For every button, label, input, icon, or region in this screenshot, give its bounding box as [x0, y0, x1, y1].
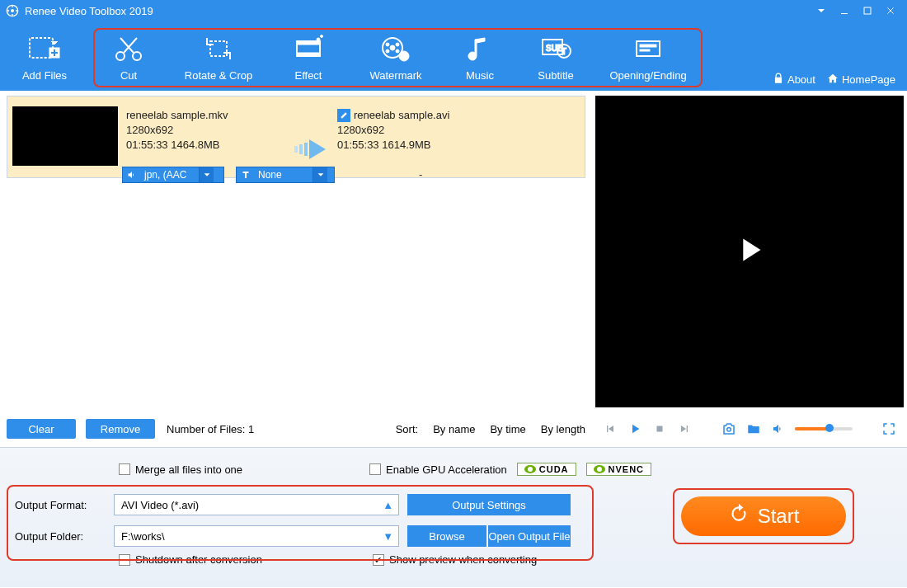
output-format-combo[interactable]: AVI Video (*.avi) ▲: [114, 494, 399, 515]
subtitle-track-selector[interactable]: None: [236, 167, 335, 183]
merge-checkbox[interactable]: Merge all files into one: [119, 463, 242, 476]
opening-ending-button[interactable]: Opening/Ending: [595, 31, 701, 82]
stop-icon[interactable]: [651, 421, 668, 437]
sort-by-time[interactable]: By time: [490, 423, 525, 435]
file-count-label: Number of Files: 1: [167, 423, 254, 435]
gpu-checkbox[interactable]: Enable GPU Acceleration: [369, 463, 507, 476]
next-icon[interactable]: [676, 421, 693, 437]
preview-panel[interactable]: [595, 96, 904, 407]
svg-point-6: [116, 52, 125, 60]
chevron-down-icon: [199, 167, 214, 182]
svg-point-18: [386, 49, 389, 53]
third-track-placeholder: -: [419, 168, 422, 181]
thumbnail: [12, 106, 118, 166]
sort-label: Sort:: [396, 423, 418, 435]
volume-thumb: [825, 424, 834, 432]
opening-ending-icon: [631, 31, 665, 66]
arrow-icon: [288, 96, 337, 177]
clear-button[interactable]: Clear: [7, 419, 76, 439]
start-button[interactable]: Start: [681, 496, 846, 536]
cut-button[interactable]: Cut: [89, 31, 168, 82]
svg-rect-29: [299, 144, 303, 154]
play-button-icon[interactable]: [627, 421, 643, 437]
effect-icon: [291, 31, 326, 66]
file-list-footer: Clear Remove Number of Files: 1 Sort: By…: [7, 412, 585, 445]
edit-icon[interactable]: [337, 109, 350, 122]
watermark-label: Watermark: [369, 69, 421, 82]
source-resolution: 1280x692: [126, 123, 288, 138]
output-format-label: Output Format:: [15, 499, 106, 511]
about-link[interactable]: About: [773, 73, 815, 87]
output-format-value: AVI Video (*.avi): [121, 499, 199, 511]
home-icon: [827, 73, 839, 87]
output-folder-label: Output Folder:: [15, 530, 106, 543]
music-label: Music: [466, 69, 494, 82]
svg-rect-25: [637, 41, 660, 56]
close-window-icon[interactable]: [879, 0, 902, 21]
chevron-down-icon: [313, 167, 327, 182]
nvenc-badge: NVENC: [586, 463, 652, 476]
app-logo-icon: [5, 3, 20, 18]
svg-rect-8: [210, 41, 227, 56]
svg-rect-3: [864, 7, 871, 14]
maximize-window-icon[interactable]: [856, 0, 879, 21]
fullscreen-icon[interactable]: [881, 421, 897, 437]
svg-text:T: T: [562, 47, 566, 56]
subtitle-button[interactable]: SUBT Subtitle: [516, 31, 595, 82]
player-controls: [595, 412, 904, 445]
header-links: About HomePage: [773, 73, 895, 87]
open-output-file-button[interactable]: Open Output File: [488, 525, 571, 547]
remove-button[interactable]: Remove: [86, 419, 155, 439]
output-format-row: Output Format: AVI Video (*.avi) ▲ Outpu…: [15, 494, 571, 515]
destination-filename: reneelab sample.avi: [354, 108, 449, 123]
add-files-label: Add Files: [22, 69, 67, 82]
rotate-crop-icon: [201, 31, 236, 66]
shutdown-checkbox[interactable]: Shutdown after conversion: [119, 553, 262, 566]
svg-point-15: [390, 45, 395, 50]
svg-point-16: [386, 43, 389, 46]
show-preview-label: Show preview when converting: [389, 553, 537, 566]
opening-ending-label: Opening/Ending: [609, 69, 686, 82]
start-label: Start: [758, 505, 800, 528]
homepage-link[interactable]: HomePage: [827, 73, 895, 87]
music-button[interactable]: Music: [444, 31, 516, 82]
prev-icon[interactable]: [602, 421, 618, 437]
output-folder-combo[interactable]: F:\works\ ▼: [114, 525, 399, 547]
subtitle-icon: SUBT: [538, 31, 573, 66]
play-icon: [731, 231, 768, 272]
svg-point-12: [317, 38, 320, 41]
audio-track-selector[interactable]: jpn, (AAC: [122, 167, 224, 183]
dropdown-window-icon[interactable]: [810, 0, 833, 21]
svg-rect-30: [304, 143, 308, 156]
options-row-1: Merge all files into one Enable GPU Acce…: [119, 463, 861, 476]
open-folder-icon[interactable]: [745, 421, 762, 437]
merge-label: Merge all files into one: [135, 463, 242, 476]
snapshot-icon[interactable]: [721, 421, 737, 437]
output-settings-button[interactable]: Output Settings: [407, 494, 571, 515]
effect-button[interactable]: Effect: [269, 31, 348, 82]
rotate-crop-button[interactable]: Rotate & Crop: [168, 31, 269, 82]
sort-by-name[interactable]: By name: [433, 423, 475, 435]
add-files-button[interactable]: Add Files: [0, 31, 89, 82]
svg-point-32: [727, 428, 731, 432]
file-row[interactable]: reneelab sample.mkv 1280x692 01:55:33 14…: [7, 96, 585, 178]
watermark-button[interactable]: Watermark: [348, 31, 444, 82]
output-folder-row: Output Folder: F:\works\ ▼ Browse Open O…: [15, 525, 571, 547]
volume-icon[interactable]: [770, 421, 787, 437]
destination-resolution: 1280x692: [337, 123, 535, 138]
cut-label: Cut: [120, 69, 137, 82]
browse-button[interactable]: Browse: [407, 525, 486, 547]
file-list: reneelab sample.mkv 1280x692 01:55:33 14…: [7, 96, 585, 407]
svg-point-13: [321, 35, 323, 37]
volume-slider[interactable]: [795, 427, 853, 430]
destination-duration-size: 01:55:33 1614.9MB: [337, 138, 535, 153]
volume-fill: [795, 427, 829, 430]
main-toolbar: Add Files Cut Rotate & Crop Effect Water…: [0, 21, 907, 91]
music-icon: [463, 31, 497, 66]
svg-rect-10: [297, 41, 320, 45]
sort-by-length[interactable]: By length: [541, 423, 585, 435]
svg-rect-31: [657, 426, 663, 432]
minimize-window-icon[interactable]: [833, 0, 856, 21]
source-info: reneelab sample.mkv 1280x692 01:55:33 14…: [126, 96, 288, 177]
show-preview-checkbox[interactable]: Show preview when converting: [373, 553, 537, 566]
